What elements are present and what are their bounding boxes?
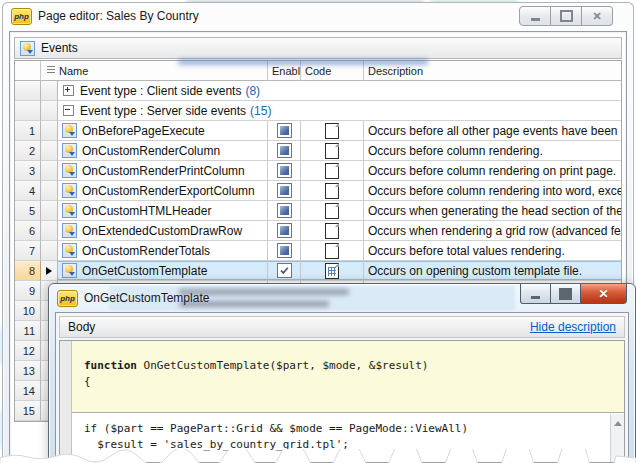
code-cell[interactable]: [301, 241, 364, 261]
event-row[interactable]: 5 OnCustomHTMLHeader Occurs when generat…: [15, 201, 621, 221]
enabled-cell[interactable]: [268, 261, 301, 281]
group-label: Event type : Client side events: [80, 84, 241, 98]
maximize-icon: [560, 10, 573, 22]
popup-minimize-button[interactable]: [520, 284, 551, 304]
event-row[interactable]: 4 OnCustomRenderExportColumn Occurs befo…: [15, 181, 621, 201]
body-toolbar: Body Hide description: [59, 316, 625, 338]
enabled-cell[interactable]: [268, 241, 301, 261]
close-icon: ✕: [592, 11, 601, 22]
event-icon: [62, 263, 77, 278]
event-name-cell[interactable]: OnCustomHTMLHeader: [58, 201, 268, 221]
event-name-cell[interactable]: OnExtendedCustomDrawRow: [58, 221, 268, 241]
event-row[interactable]: 6 OnExtendedCustomDrawRow Occurs when re…: [15, 221, 621, 241]
event-row[interactable]: 1 OnBeforePageExecute Occurs before all …: [15, 121, 621, 141]
code-keyword: function: [84, 359, 137, 372]
enabled-cell[interactable]: [268, 161, 301, 181]
code-signature: OnGetCustomTemplate($part, $mode, &$resu…: [137, 359, 428, 372]
code-page-icon-empty[interactable]: [325, 123, 339, 139]
code-page-icon-empty[interactable]: [325, 143, 339, 159]
enabled-cell[interactable]: [268, 121, 301, 141]
code-page-icon-empty[interactable]: [325, 203, 339, 219]
row-marker-cell: [41, 241, 58, 261]
event-name-cell[interactable]: OnBeforePageExecute: [58, 121, 268, 141]
obscured-blur-text: [178, 59, 428, 65]
current-row-arrow-icon: [46, 267, 52, 275]
group-count: (15): [250, 104, 271, 118]
event-row[interactable]: 8 OnGetCustomTemplate Occurs on opening …: [15, 261, 621, 281]
event-name-cell[interactable]: OnGetCustomTemplate: [58, 261, 268, 281]
php-icon: php: [57, 290, 78, 307]
event-icon: [62, 143, 77, 158]
description-cell: Occurs before all other page events have…: [364, 121, 621, 141]
php-icon: php: [11, 8, 32, 25]
code-editor[interactable]: function OnGetCustomTemplate($part, $mod…: [59, 340, 625, 463]
checkbox-filled[interactable]: [277, 123, 292, 138]
code-page-icon-filled[interactable]: [325, 263, 339, 279]
group-label-cell[interactable]: Event type : Client side events (8): [58, 81, 621, 101]
enabled-cell[interactable]: [268, 221, 301, 241]
window-title: Page editor: Sales By Country: [38, 9, 199, 23]
event-icon: [62, 123, 77, 138]
event-name-cell[interactable]: OnCustomRenderTotals: [58, 241, 268, 261]
code-page-icon-empty[interactable]: [325, 223, 339, 239]
event-icon: [62, 163, 77, 178]
enabled-cell[interactable]: [268, 201, 301, 221]
event-name-cell[interactable]: OnCustomRenderExportColumn: [58, 181, 268, 201]
checkbox-filled[interactable]: [277, 143, 292, 158]
code-cell[interactable]: [301, 121, 364, 141]
checkbox-filled[interactable]: [277, 163, 292, 178]
expand-collapse-icon[interactable]: [63, 85, 74, 96]
minimize-button[interactable]: [519, 6, 551, 26]
checkbox-filled[interactable]: [277, 203, 292, 218]
row-marker-cell: [41, 141, 58, 161]
rownum-cell: 15: [15, 401, 41, 421]
checkbox-filled[interactable]: [277, 183, 292, 198]
event-name-cell[interactable]: OnCustomRenderColumn: [58, 141, 268, 161]
code-cell[interactable]: [301, 141, 364, 161]
code-page-icon-empty[interactable]: [325, 163, 339, 179]
event-row[interactable]: 7 OnCustomRenderTotals Occurs before tot…: [15, 241, 621, 261]
rownum-cell: 4: [15, 181, 41, 201]
rownum-cell: 8: [15, 261, 41, 281]
description-cell: Occurs on opening custom template file.: [364, 261, 621, 281]
code-cell[interactable]: [301, 201, 364, 221]
group-label-cell[interactable]: Event type : Server side events (15): [58, 101, 621, 121]
rownum-cell: 2: [15, 141, 41, 161]
enabled-cell[interactable]: [268, 141, 301, 161]
maximize-button[interactable]: [551, 6, 582, 26]
close-button[interactable]: ✕: [582, 6, 613, 26]
code-page-icon-empty[interactable]: [325, 243, 339, 259]
checkbox-filled[interactable]: [277, 243, 292, 258]
body-label: Body: [68, 320, 95, 334]
code-cell[interactable]: [301, 261, 364, 281]
maximize-icon: [559, 288, 572, 300]
enabled-cell[interactable]: [268, 181, 301, 201]
event-icon: [62, 223, 77, 238]
code-cell[interactable]: [301, 161, 364, 181]
expand-collapse-icon[interactable]: [63, 105, 74, 116]
rownum-cell: [15, 81, 41, 101]
code-line: if ($part == PagePart::Grid && $mode == …: [84, 421, 610, 437]
description-cell: Occurs before column rendering on print …: [364, 161, 621, 181]
popup-window-controls: ✕: [520, 284, 627, 304]
event-name: OnGetCustomTemplate: [82, 264, 207, 278]
hide-description-link[interactable]: Hide description: [530, 320, 616, 334]
rownum-cell: [15, 101, 41, 121]
code-page-icon-empty[interactable]: [325, 183, 339, 199]
popup-maximize-button[interactable]: [551, 284, 581, 304]
event-row[interactable]: 3 OnCustomRenderPrintColumn Occurs befor…: [15, 161, 621, 181]
popup-close-button[interactable]: ✕: [581, 284, 627, 304]
events-panel-header[interactable]: Events: [14, 37, 622, 59]
code-cell[interactable]: [301, 221, 364, 241]
event-group-row[interactable]: Event type : Server side events (15): [15, 101, 621, 121]
event-row[interactable]: 2 OnCustomRenderColumn Occurs before col…: [15, 141, 621, 161]
checkbox-checked[interactable]: [277, 263, 292, 278]
group-label: Event type : Server side events: [80, 104, 246, 118]
event-group-row[interactable]: Event type : Client side events (8): [15, 81, 621, 101]
rownum-cell: 5: [15, 201, 41, 221]
code-cell[interactable]: [301, 181, 364, 201]
event-icon: [62, 203, 77, 218]
checkbox-filled[interactable]: [277, 223, 292, 238]
description-cell: Occurs when rendering a grid row (advanc…: [364, 221, 621, 241]
event-name-cell[interactable]: OnCustomRenderPrintColumn: [58, 161, 268, 181]
